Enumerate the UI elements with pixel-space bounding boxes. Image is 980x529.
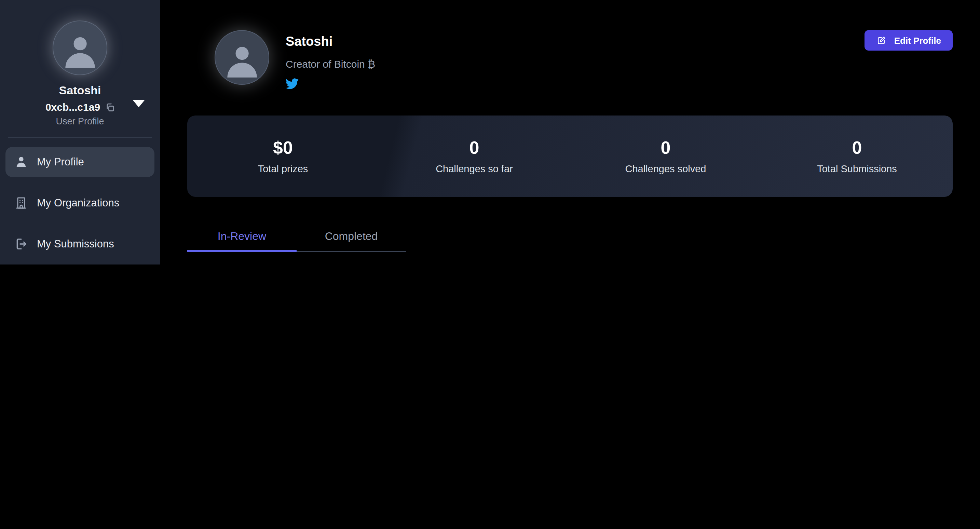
sidebar-menu: My Profile My Organizations: [0, 145, 160, 261]
copy-address-icon[interactable]: [105, 102, 115, 112]
edit-profile-label: Edit Profile: [894, 35, 941, 45]
person-icon: [14, 155, 28, 169]
sidebar-item-my-organizations[interactable]: My Organizations: [5, 188, 154, 218]
tab-in-review[interactable]: In-Review: [187, 230, 297, 252]
profile-header: Satoshi Creator of Bitcoin ₿: [215, 30, 953, 90]
stat-label: Challenges so far: [436, 163, 513, 174]
sidebar-item-label: My Submissions: [37, 238, 114, 250]
stat-total-submissions: 0 Total Submissions: [761, 138, 953, 174]
stat-value: 0: [852, 138, 862, 157]
edit-pencil-icon: [877, 35, 887, 45]
avatar: [52, 21, 107, 75]
app-root: Satoshi 0xcb...c1a9 User Profile: [0, 0, 980, 264]
profile-info: Satoshi Creator of Bitcoin ₿: [286, 30, 375, 90]
sidebar-item-label: My Organizations: [37, 197, 119, 209]
stat-label: Total prizes: [258, 163, 308, 174]
stat-label: Challenges solved: [625, 163, 706, 174]
sidebar-address-row: 0xcb...c1a9: [45, 101, 115, 113]
person-icon: [223, 42, 260, 79]
profile-name: Satoshi: [286, 34, 375, 49]
stat-challenges-so-far: 0 Challenges so far: [379, 138, 570, 174]
sidebar-item-my-submissions[interactable]: My Submissions: [5, 229, 154, 259]
social-links: [286, 77, 375, 90]
stat-value: $0: [273, 138, 293, 157]
sidebar-user-address: 0xcb...c1a9: [45, 101, 100, 113]
stat-label: Total Submissions: [817, 163, 897, 174]
stat-total-prizes: $0 Total prizes: [187, 138, 379, 174]
chevron-down-icon[interactable]: [132, 100, 145, 107]
edit-profile-button[interactable]: Edit Profile: [865, 30, 953, 51]
submissions-arrow-icon: [14, 237, 28, 251]
profile-avatar: [215, 30, 269, 85]
stat-challenges-solved: 0 Challenges solved: [570, 138, 761, 174]
stats-bar: $0 Total prizes 0 Challenges so far 0 Ch…: [187, 116, 953, 197]
stat-value: 0: [469, 138, 479, 157]
building-outline-icon: [14, 196, 28, 210]
sidebar-item-my-profile[interactable]: My Profile: [5, 147, 154, 177]
submissions-tabs: In-Review Completed: [187, 230, 953, 252]
twitter-icon[interactable]: [286, 77, 299, 90]
person-icon: [61, 32, 99, 70]
sidebar-item-label: My Profile: [37, 156, 84, 168]
main-content: Satoshi Creator of Bitcoin ₿: [160, 0, 980, 264]
profile-bio: Creator of Bitcoin ₿: [286, 58, 375, 70]
stat-value: 0: [661, 138, 671, 157]
sidebar-divider: [8, 137, 152, 138]
sidebar: Satoshi 0xcb...c1a9 User Profile: [0, 0, 160, 264]
sidebar-user-role: User Profile: [56, 116, 104, 126]
sidebar-user-name: Satoshi: [59, 84, 101, 98]
tab-completed[interactable]: Completed: [297, 230, 406, 252]
sidebar-user-block: Satoshi 0xcb...c1a9 User Profile: [0, 21, 160, 126]
